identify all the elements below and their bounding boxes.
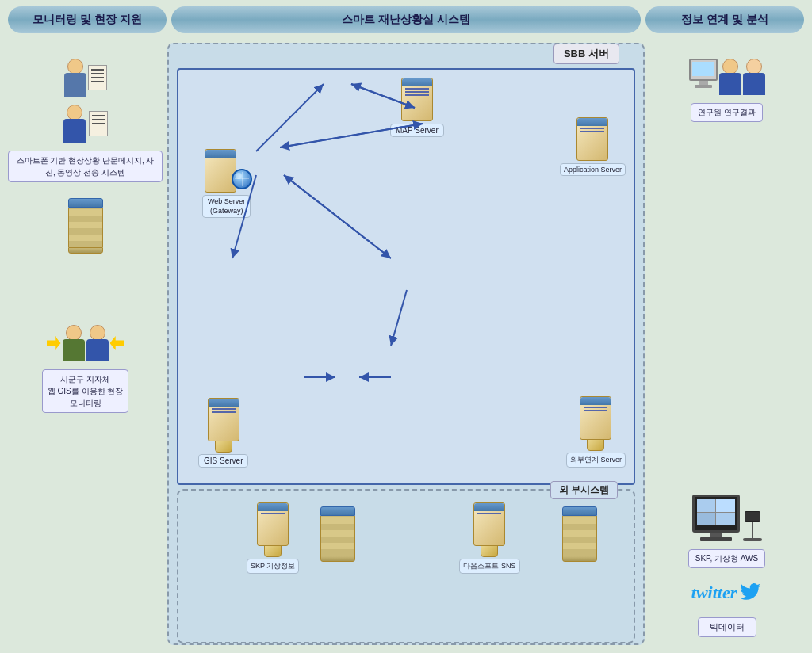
person2-head [67,105,82,120]
server-stripe1 [405,88,429,90]
web-server-tower [205,149,236,193]
ext-server-top [580,397,611,405]
left-firewall [68,198,103,254]
person4-head [90,325,105,341]
newspaper-icon [88,65,107,90]
daum-sns-top [474,503,504,511]
ext-firewall-body [320,516,355,556]
app-server-tower [576,117,608,161]
web-server-group: Web Server(Gateway) [202,149,251,218]
skp-info-group: SKP 기상정보 [247,502,299,574]
researcher2-head [746,59,762,74]
globe-line1 [242,172,243,186]
person-body [64,73,86,97]
mg4 [716,513,735,525]
right-panel: 연구원 연구결과 [649,43,804,645]
bigdata-label: 빅데이터 [698,617,756,637]
ext-stripe1 [584,407,607,408]
left-person2-group [63,105,108,143]
big-monitor-body [692,495,740,533]
ext-server-label: 외부연계 Server [566,453,626,468]
mg3 [697,513,716,525]
main-container: 모니터링 및 현장 지원 스마트 재난상황실 시스템 정보 연계 및 분석 [0,0,812,653]
skp-info-top [258,503,288,511]
daum-sns-tower [473,502,505,546]
researcher-group [689,59,765,95]
web-server-label: Web Server(Gateway) [202,195,251,218]
small-monitor [689,59,718,81]
gis-server-tower [208,398,239,441]
ext-firewall-top [320,506,355,516]
skp-info-label: SKP 기상정보 [247,559,299,574]
big-monitor-screen [697,499,735,525]
firewall-body [68,208,103,247]
center-header-banner: 스마트 재난상황실 시스템 [171,6,641,33]
server-top-strip [402,78,432,86]
twitter-group: twitter [691,582,762,603]
person-head [67,59,83,74]
right-header-banner: 정보 연계 및 분석 [645,6,804,33]
app-stripe1 [580,128,604,129]
gis-stripe2 [212,411,236,413]
mg1 [697,499,716,512]
ext-firewall-bottom [320,556,355,562]
person3-figure [63,325,85,361]
tripod-base [743,538,762,541]
ext-server-group: 외부연계 Server [566,396,626,468]
newspaper2-icon [89,111,108,136]
ext-firewall [320,506,355,562]
yellow-arrow-left [47,336,61,350]
firewall-bottom [68,247,103,254]
left-header-banner: 모니터링 및 현장 지원 [8,6,167,33]
gis-server-top [209,399,239,407]
left-person1-figure [64,59,107,97]
person4-figure [86,325,109,361]
big-monitor-base [700,537,732,541]
gis-server-label: GIS Server [198,454,248,468]
center-content: SBB 서버 MAP Server [167,43,645,645]
web-server-top [205,150,236,158]
sbb-label: SBB 서버 [553,44,619,64]
ext-systems-label: 외 부시스템 [550,481,618,499]
daum-sns-group: 다음소프트 SNS [459,502,519,574]
left-person1-group [64,59,107,97]
skp-aws-label: SKP, 기상청 AWS [688,549,765,568]
monitor-group [689,59,718,95]
monitor-base [695,85,712,88]
person2-figure [63,105,86,143]
city-label: 시군구 지자체 웹 GIS를 이용한 현장 모니터링 [42,369,129,413]
center-panel: SBB 서버 MAP Server [167,43,645,645]
server-stripe3 [405,94,429,96]
person3-head [66,325,82,341]
researcher1-head [722,59,738,74]
newspaper-lines [91,69,104,71]
globe-line2 [235,178,249,179]
camera-tripod [743,511,762,541]
firewall-top [68,198,103,208]
web-server-figure [205,149,249,193]
left-bottom-persons [47,325,124,361]
inner-system-box: MAP Server Application Server [177,68,635,485]
app-stripe2 [580,131,604,132]
app-server-label: Application Server [560,163,626,176]
ext-firewall2-bottom [562,556,597,562]
map-server-tower [401,78,433,121]
person4-body [86,339,109,361]
researcher1-body [719,73,741,95]
monitor-grid [697,499,735,525]
left-panel: 스마트폰 기반 현장상황 단문메시지, 사진, 동영상 전송 시스템 [8,43,163,645]
monitor-screen [692,62,714,76]
content-area: 스마트폰 기반 현장상황 단문메시지, 사진, 동영상 전송 시스템 [0,40,812,653]
ext-firewall2-top [562,506,597,516]
big-monitor [692,495,740,541]
ext-firewall2 [562,506,597,562]
ext-firewall2-body [562,516,597,556]
server-stripe2 [405,91,429,93]
researcher2-body [743,73,765,95]
gis-stripe1 [212,408,236,410]
gis-server-group: GIS Server [198,398,248,468]
twitter-bird-icon [740,583,762,602]
app-server-top [577,118,607,126]
camera-body [745,511,760,522]
map-server-label: MAP Server [390,124,444,137]
